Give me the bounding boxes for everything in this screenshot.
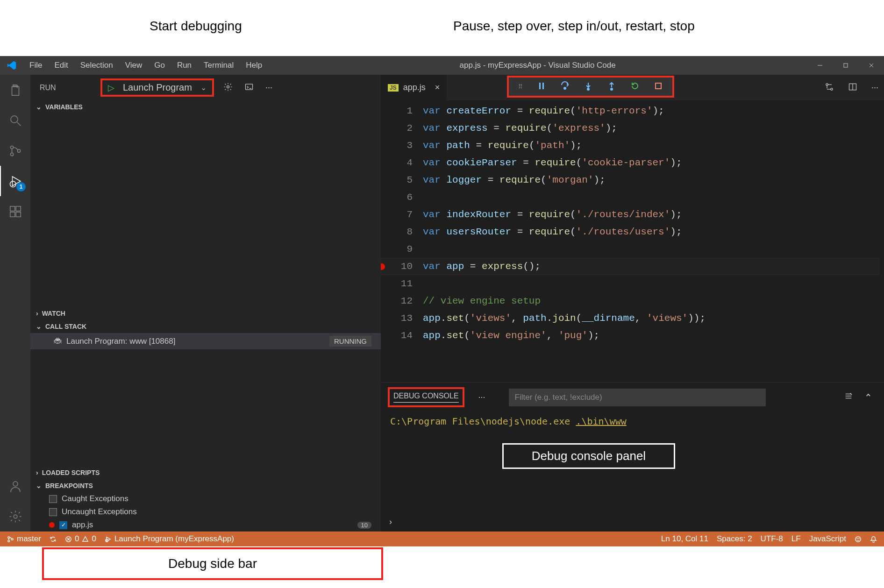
svg-rect-19 xyxy=(539,83,541,89)
debug-console-icon[interactable] xyxy=(244,82,254,93)
activitybar-explorer-icon[interactable] xyxy=(0,75,30,105)
code-line[interactable]: var createError = require('http-errors')… xyxy=(423,102,706,120)
status-eol[interactable]: LF xyxy=(791,534,801,544)
svg-point-16 xyxy=(14,515,17,518)
status-branch[interactable]: master xyxy=(7,534,41,544)
line-gutter: 1234567891011121314 xyxy=(381,100,423,382)
grip-icon[interactable]: ⠿ xyxy=(518,83,523,90)
code-line[interactable]: var path = require('path'); xyxy=(423,137,706,154)
launch-config-dropdown[interactable]: ▷ Launch Program ⌄ xyxy=(100,78,214,97)
tab-appjs[interactable]: JS app.js × xyxy=(381,75,447,100)
variables-section-header[interactable]: ⌄ VARIABLES xyxy=(30,100,381,113)
js-icon: JS xyxy=(388,84,399,92)
titlebar: File Edit Selection View Go Run Terminal… xyxy=(0,56,884,75)
activitybar-search-icon[interactable] xyxy=(0,105,30,135)
more-icon[interactable]: ··· xyxy=(265,83,272,92)
svg-rect-20 xyxy=(542,83,544,89)
breakpoint-uncaught-exceptions[interactable]: Uncaught Exceptions xyxy=(30,505,381,518)
checkbox-checked[interactable]: ✓ xyxy=(59,521,67,529)
breakpoint-dot-icon[interactable] xyxy=(381,263,385,270)
close-icon[interactable]: × xyxy=(435,83,440,92)
checkbox-unchecked[interactable] xyxy=(49,495,57,503)
status-cursor-position[interactable]: Ln 10, Col 11 xyxy=(661,534,708,544)
activitybar-scm-icon[interactable] xyxy=(0,135,30,166)
menu-edit[interactable]: Edit xyxy=(48,61,74,70)
status-language[interactable]: JavaScript xyxy=(809,534,846,544)
svg-rect-12 xyxy=(16,206,21,211)
status-bar: master 0 0 Launch Program (myExpressApp)… xyxy=(0,531,884,546)
status-encoding[interactable]: UTF-8 xyxy=(761,534,783,544)
panel-tab-debug-console[interactable]: DEBUG CONSOLE xyxy=(388,387,464,407)
breakpoint-caught-exceptions[interactable]: Caught Exceptions xyxy=(30,492,381,505)
activitybar-settings-icon[interactable] xyxy=(0,501,30,531)
clear-icon[interactable] xyxy=(844,392,853,403)
breakpoints-section-header[interactable]: ⌄ BREAKPOINTS xyxy=(30,479,381,492)
svg-point-44 xyxy=(857,538,857,538)
activitybar-accounts-icon[interactable] xyxy=(0,471,30,501)
code-line[interactable]: app.set('views', path.join(__dirname, 'v… xyxy=(423,310,706,327)
chevron-up-icon[interactable]: ⌃ xyxy=(864,392,872,403)
callstack-section-header[interactable]: ⌄ CALL STACK xyxy=(30,320,381,333)
code-line[interactable]: app.set('view engine', 'pug'); xyxy=(423,327,706,344)
maximize-button[interactable] xyxy=(833,56,858,75)
svg-point-23 xyxy=(587,88,589,90)
watch-section-header[interactable]: › WATCH xyxy=(30,307,381,320)
more-icon[interactable]: ··· xyxy=(871,83,878,92)
restart-button[interactable] xyxy=(630,81,640,92)
more-icon[interactable]: ··· xyxy=(474,392,490,402)
code-line[interactable]: var indexRouter = require('./routes/inde… xyxy=(423,206,706,223)
status-feedback-icon[interactable] xyxy=(855,536,862,543)
menu-view[interactable]: View xyxy=(119,61,149,70)
code-editor[interactable]: 1234567891011121314 var createError = re… xyxy=(381,100,884,382)
status-bell-icon[interactable] xyxy=(870,536,877,543)
menu-help[interactable]: Help xyxy=(240,61,268,70)
chevron-right-icon[interactable]: › xyxy=(389,517,392,527)
code-line[interactable] xyxy=(423,275,706,292)
status-problems[interactable]: 0 0 xyxy=(65,534,96,544)
gear-icon[interactable] xyxy=(223,82,233,93)
tab-label: app.js xyxy=(403,83,426,92)
panel-filter-input[interactable] xyxy=(509,389,766,406)
checkbox-unchecked[interactable] xyxy=(49,508,57,516)
step-over-button[interactable] xyxy=(560,81,570,92)
code-line[interactable]: // view engine setup xyxy=(423,292,706,310)
activitybar-extensions-icon[interactable] xyxy=(0,196,30,227)
annotation-debug-controls: Pause, step over, step in/out, restart, … xyxy=(453,19,695,34)
menu-terminal[interactable]: Terminal xyxy=(198,61,240,70)
minimize-button[interactable] xyxy=(807,56,833,75)
code-line[interactable] xyxy=(423,189,706,206)
annotation-start-debugging: Start debugging xyxy=(150,19,242,34)
step-out-button[interactable] xyxy=(607,81,616,92)
code-line[interactable]: var cookieParser = require('cookie-parse… xyxy=(423,154,706,171)
menu-bar: File Edit Selection View Go Run Terminal… xyxy=(23,61,268,70)
code-line[interactable] xyxy=(423,241,706,258)
svg-rect-11 xyxy=(10,206,14,211)
debug-toolbar[interactable]: ⠿ xyxy=(507,76,674,98)
code-line[interactable]: var express = require('express'); xyxy=(423,120,706,137)
code-line[interactable]: var usersRouter = require('./routes/user… xyxy=(423,223,706,241)
menu-file[interactable]: File xyxy=(23,61,48,70)
breakpoint-file[interactable]: ✓ app.js 10 xyxy=(30,518,381,531)
close-button[interactable] xyxy=(858,56,884,75)
vscode-window: File Edit Selection View Go Run Terminal… xyxy=(0,56,884,546)
loaded-scripts-section-header[interactable]: › LOADED SCRIPTS xyxy=(30,466,381,479)
split-editor-icon[interactable] xyxy=(848,82,857,93)
breakpoint-dot-icon xyxy=(49,522,55,528)
menu-go[interactable]: Go xyxy=(148,61,171,70)
panel: DEBUG CONSOLE ··· ⌃ C:\Program Files\nod… xyxy=(381,382,884,531)
svg-point-25 xyxy=(611,88,613,90)
stop-button[interactable] xyxy=(654,81,663,92)
status-sync[interactable] xyxy=(50,536,57,543)
pause-button[interactable] xyxy=(537,81,546,92)
callstack-item[interactable]: 🐞︎ Launch Program: www [10868] RUNNING xyxy=(30,333,381,349)
svg-point-45 xyxy=(859,538,859,538)
menu-run[interactable]: Run xyxy=(171,61,198,70)
code-line[interactable]: var logger = require('morgan'); xyxy=(423,171,706,189)
compare-icon[interactable] xyxy=(825,82,834,93)
menu-selection[interactable]: Selection xyxy=(74,61,119,70)
step-into-button[interactable] xyxy=(584,81,593,92)
window-title: app.js - myExpressApp - Visual Studio Co… xyxy=(268,61,807,70)
status-debug-config[interactable]: Launch Program (myExpressApp) xyxy=(105,534,234,544)
status-indentation[interactable]: Spaces: 2 xyxy=(717,534,752,544)
activitybar-debug-icon[interactable]: 1 xyxy=(0,166,30,196)
